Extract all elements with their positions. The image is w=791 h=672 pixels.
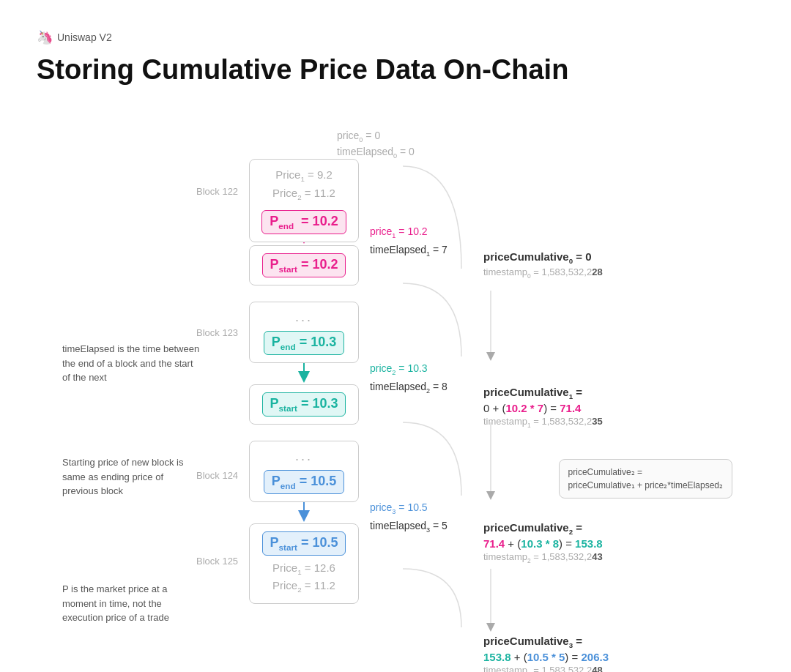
transition2-labels: price2 = 10.3 timeElapsed2 = 8 [370, 360, 448, 397]
block123-dots: ... [260, 310, 348, 325]
cumulative1: priceCumulative1 = 0 + (10.2 * 7) = 71.4… [483, 386, 603, 429]
block123-pend-box: ... Pend = 10.3 [249, 302, 359, 363]
transition3-labels: price3 = 10.5 timeElapsed3 = 5 [370, 499, 448, 537]
page-title: Storing Cumulative Price Data On-Chain [37, 54, 754, 86]
block124-pstart: Pstart = 10.3 [262, 392, 346, 417]
formula-box: priceCumulative₂ = priceCumulative₁ + pr… [559, 459, 732, 499]
initial-price0: price0 = 0 [337, 130, 380, 143]
brand-icon: 🦄 [37, 29, 53, 45]
block122-pend: Pend = 10.2 [261, 210, 346, 234]
block125-pstart: Pstart = 10.5 [262, 531, 346, 556]
cumulative2: priceCumulative2 = 71.4 + (10.3 * 8) = 1… [483, 521, 603, 564]
block122-price1: Price1 = 9.2 [260, 167, 348, 185]
initial-timeElapsed0: timeElapsed0 = 0 [337, 146, 415, 160]
block123-pend: Pend = 10.3 [264, 331, 344, 355]
formula-line1: priceCumulative₂ = [568, 466, 723, 479]
block124-pend-box: ... Pend = 10.5 [249, 441, 359, 502]
block125-price2: Price2 = 11.2 [260, 578, 348, 596]
brand-row: 🦄 Uniswap V2 [37, 29, 754, 45]
block-122-box: Price1 = 9.2 Price2 = 11.2 Pend = 10.2 [249, 159, 359, 242]
block122-price2: Price2 = 11.2 [260, 185, 348, 204]
annotation-pmarket: P is the market price at a moment in tim… [62, 582, 201, 625]
block124-pend: Pend = 10.5 [264, 470, 344, 494]
brand-name: Uniswap V2 [57, 31, 112, 43]
cumulative0: priceCumulative0 = 0 timestamp0 = 1,583,… [483, 250, 603, 280]
block125-label: Block 125 [196, 556, 238, 567]
formula-line2: priceCumulative₁ + price₂*timeElapsed₂ [568, 479, 723, 492]
block123-label: Block 123 [196, 327, 238, 338]
cumulative3: priceCumulative3 = 153.8 + (10.5 * 5) = … [483, 635, 609, 672]
block124-dots: ... [260, 449, 348, 464]
block124-pstart-box: Pstart = 10.3 [249, 384, 359, 425]
diagram: price0 = 0 timeElapsed0 = 0 Price1 = 9.2… [37, 108, 754, 657]
block125-price1: Price1 = 12.6 [260, 560, 348, 578]
block122-label: Block 122 [196, 186, 238, 197]
block123-pstart-box: Pstart = 10.2 [249, 245, 359, 285]
block124-label: Block 124 [196, 470, 238, 481]
annotation-timeelapsed: timeElapsed is the time between the end … [62, 342, 201, 385]
transition1-labels: price1 = 10.2 timeElapsed1 = 7 [370, 223, 448, 261]
block125-pstart-box: Pstart = 10.5 Price1 = 12.6 Price2 = 11.… [249, 523, 359, 604]
block123-pstart: Pstart = 10.2 [262, 253, 346, 277]
annotation-startingprice: Starting price of new block is same as e… [62, 455, 201, 499]
